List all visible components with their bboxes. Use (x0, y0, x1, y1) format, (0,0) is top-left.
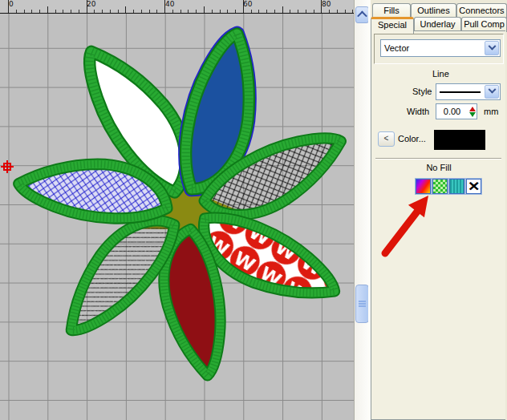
petal-motif-w[interactable] (189, 200, 344, 321)
design-canvas[interactable]: 020406080 W (0, 0, 354, 420)
object-type-dropdown[interactable]: Vector (380, 39, 501, 57)
ruler-label: 40 (165, 0, 174, 8)
annotation-arrow (377, 191, 441, 263)
separator (375, 158, 501, 160)
texture-fill-icon[interactable] (449, 179, 464, 194)
scrollbar-thumb[interactable] (355, 285, 369, 323)
spin-down-icon (469, 112, 476, 117)
width-unit-label: mm (484, 107, 498, 116)
petal-white[interactable] (73, 33, 205, 204)
petal-dark-red[interactable] (159, 227, 227, 379)
flower-center-star[interactable] (133, 153, 244, 264)
dropdown-button[interactable] (485, 85, 499, 99)
chevron-down-icon (488, 86, 496, 94)
line-width-value: 0.00 (436, 107, 468, 116)
x-glyph: ✕ (468, 180, 480, 192)
petal-diagonal-hatch[interactable] (47, 202, 189, 344)
app-window: 020406080 W (0, 0, 507, 420)
flower-design[interactable]: W (0, 0, 354, 420)
origin-marker (1, 160, 14, 173)
spin-up-icon (469, 107, 476, 111)
petal-crosshatch-blue[interactable] (15, 150, 172, 229)
line-style-dropdown[interactable] (436, 83, 501, 100)
ruler-label: 80 (322, 0, 331, 8)
fill-section-title: No Fill (371, 163, 506, 172)
chevron-up-icon (357, 11, 367, 22)
color-expand-button[interactable]: < (378, 131, 395, 147)
scroll-up-button[interactable] (355, 6, 369, 23)
no-fill-icon[interactable]: ✕ (466, 179, 481, 194)
line-width-input[interactable]: 0.00 (436, 103, 477, 119)
tab-special[interactable]: Special (371, 17, 414, 34)
horizontal-ruler: 020406080 (0, 0, 354, 14)
ruler-label: 0 (9, 0, 14, 8)
object-type-value: Vector (381, 43, 484, 53)
color-label: Color... (398, 134, 426, 143)
line-section-title: Line (432, 69, 449, 79)
dropdown-button[interactable] (485, 41, 499, 55)
line-color-swatch[interactable] (434, 130, 485, 150)
chevron-down-icon (488, 42, 496, 50)
width-label: Width (407, 107, 429, 116)
style-label: Style (412, 87, 432, 96)
petal-blue[interactable] (169, 27, 273, 199)
ruler-label: 20 (87, 0, 95, 8)
width-spinner[interactable] (468, 107, 477, 117)
petal-crosshatch-black[interactable] (196, 123, 354, 231)
canvas-vertical-scrollbar[interactable] (354, 0, 369, 420)
ruler-label: 60 (243, 0, 252, 8)
scrollbar-grip-icon (359, 301, 366, 302)
line-style-sample (440, 91, 481, 93)
